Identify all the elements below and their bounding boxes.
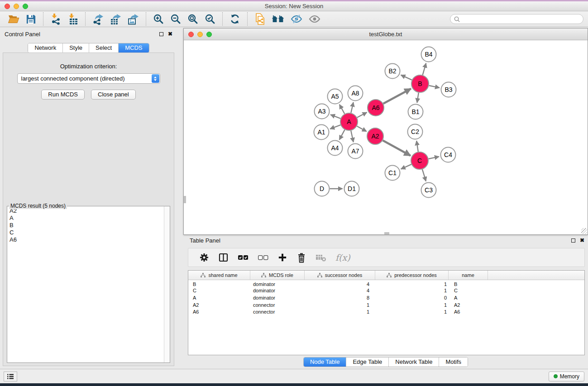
add-column-button[interactable] xyxy=(277,251,287,264)
float-table-panel-icon[interactable] xyxy=(571,238,575,243)
cell-name[interactable]: A xyxy=(449,294,488,301)
split-columns-button[interactable] xyxy=(218,251,229,264)
export-table-icon xyxy=(110,14,121,25)
search-input[interactable] xyxy=(462,16,579,22)
criterion-dropdown[interactable]: largest connected component (directed) xyxy=(17,73,160,84)
cell-name[interactable]: A2 xyxy=(449,301,488,309)
result-item[interactable]: B xyxy=(10,222,167,229)
result-item[interactable]: A6 xyxy=(10,236,167,243)
graph-node-label: D xyxy=(320,185,324,192)
mcds-result-list[interactable]: A2ABCA6 xyxy=(7,206,170,244)
close-panel-icon[interactable]: ✖ xyxy=(168,31,172,37)
result-item[interactable]: C xyxy=(10,229,167,236)
table-row[interactable]: Cdominator41C xyxy=(188,287,584,295)
graph-node-label: A xyxy=(347,118,351,125)
close-table-panel-icon[interactable]: ✖ xyxy=(580,238,584,243)
cell-successor_nodes[interactable]: 8 xyxy=(305,294,375,301)
tab-network-table[interactable]: Network Table xyxy=(389,357,439,367)
table-row[interactable]: A6connector11A6 xyxy=(188,308,584,315)
tab-motifs[interactable]: Motifs xyxy=(439,357,468,367)
select-all-button[interactable] xyxy=(238,251,249,264)
task-history-button[interactable] xyxy=(4,372,17,381)
export-table-button[interactable] xyxy=(110,12,121,26)
column-header-successor-nodes[interactable]: successor nodes xyxy=(305,271,375,280)
export-network-button[interactable] xyxy=(92,12,104,26)
column-header-shared-name[interactable]: shared name xyxy=(188,271,250,280)
cell-predecessor_nodes[interactable]: 1 xyxy=(375,280,449,287)
table-row[interactable]: Adominator80A xyxy=(188,294,584,301)
delete-table-button[interactable] xyxy=(316,251,326,264)
tab-node-table[interactable]: Node Table xyxy=(304,357,347,367)
cell-mcds_role[interactable]: dominator xyxy=(250,294,305,301)
cell-successor_nodes[interactable]: 4 xyxy=(305,280,375,287)
tab-edge-table[interactable]: Edge Table xyxy=(346,357,389,367)
zoom-selected-button[interactable] xyxy=(205,12,215,26)
export-network-icon xyxy=(92,14,104,25)
cell-name[interactable]: C xyxy=(449,287,488,295)
cell-shared_name[interactable]: A2 xyxy=(188,301,250,309)
delete-column-button[interactable] xyxy=(296,251,306,264)
run-mcds-button[interactable]: Run MCDS xyxy=(41,90,85,100)
cell-name[interactable]: A6 xyxy=(449,308,488,315)
tab-mcds[interactable]: MCDS xyxy=(119,43,148,52)
cell-shared_name[interactable]: C xyxy=(188,287,250,295)
table-settings-button[interactable] xyxy=(199,251,209,264)
network-overview-button[interactable] xyxy=(272,12,284,26)
unselect-all-button[interactable] xyxy=(258,251,268,264)
show-graphics-details-button[interactable] xyxy=(309,12,320,26)
result-scrollbar[interactable] xyxy=(164,206,170,362)
cell-predecessor_nodes[interactable]: 1 xyxy=(375,301,449,309)
zoom-in-button[interactable] xyxy=(153,12,164,26)
float-panel-icon[interactable] xyxy=(159,32,163,36)
graph-edge xyxy=(422,169,426,181)
hide-graphics-details-button[interactable] xyxy=(291,12,302,26)
resize-grip[interactable] xyxy=(581,228,587,234)
import-network-button[interactable] xyxy=(50,12,61,26)
canvas-horizontal-scrollbar[interactable] xyxy=(384,232,389,234)
cell-successor_nodes[interactable]: 1 xyxy=(305,308,375,315)
column-header-predecessor-nodes[interactable]: predecessor nodes xyxy=(375,271,449,280)
zoom-out-button[interactable] xyxy=(170,12,181,26)
tab-style[interactable]: Style xyxy=(63,43,89,52)
import-table-button[interactable] xyxy=(67,12,78,26)
cell-successor_nodes[interactable]: 4 xyxy=(305,287,375,295)
result-item[interactable]: A xyxy=(10,214,167,222)
graph-edge xyxy=(383,89,411,104)
column-header-name[interactable]: name xyxy=(449,271,488,280)
network-canvas[interactable]: B4B2BB3A8A5A6A3B1AA1C2A2A4A7CC4C1C3DD1 xyxy=(184,40,588,234)
network-window-titlebar[interactable]: testGlobe.txt xyxy=(184,29,588,40)
control-panel: Control Panel ✖ Network Style Select MCD… xyxy=(1,29,176,367)
node-table-body[interactable]: Bdominator41BCdominator41CAdominator80AA… xyxy=(188,280,584,315)
cell-shared_name[interactable]: A xyxy=(188,294,250,301)
tab-network[interactable]: Network xyxy=(28,43,63,52)
zoom-fit-button[interactable] xyxy=(187,12,198,26)
cell-shared_name[interactable]: A6 xyxy=(188,308,250,315)
cell-name[interactable]: B xyxy=(449,280,488,287)
refresh-button[interactable] xyxy=(229,12,240,26)
graph-node-label: A7 xyxy=(351,148,359,155)
cell-predecessor_nodes[interactable]: 1 xyxy=(375,287,449,295)
open-file-button[interactable] xyxy=(8,12,19,26)
cell-mcds_role[interactable]: connector xyxy=(250,308,305,315)
node-table[interactable]: shared name MCDS role successor nodes pr… xyxy=(188,270,585,355)
cell-mcds_role[interactable]: dominator xyxy=(250,280,305,287)
save-session-button[interactable] xyxy=(26,12,36,26)
close-panel-button[interactable]: Close panel xyxy=(91,90,136,100)
tab-select[interactable]: Select xyxy=(89,43,119,52)
cell-predecessor_nodes[interactable]: 1 xyxy=(375,308,449,315)
search-field[interactable] xyxy=(450,14,583,24)
function-builder-button[interactable]: f(x) xyxy=(335,251,350,264)
cell-predecessor_nodes[interactable]: 0 xyxy=(375,294,449,301)
canvas-vertical-scrollbar[interactable] xyxy=(184,196,186,203)
cell-shared_name[interactable]: B xyxy=(188,280,250,287)
memory-button[interactable]: Memory xyxy=(549,372,584,381)
table-row[interactable]: A2connector11A2 xyxy=(188,301,584,309)
cell-mcds_role[interactable]: dominator xyxy=(250,287,305,295)
graph-node-label: B2 xyxy=(388,67,396,75)
new-network-from-selection-button[interactable] xyxy=(254,12,265,26)
cell-mcds_role[interactable]: connector xyxy=(250,301,305,309)
export-image-button[interactable] xyxy=(128,12,139,26)
cell-successor_nodes[interactable]: 1 xyxy=(305,301,375,309)
table-row[interactable]: Bdominator41B xyxy=(188,280,584,287)
column-header-mcds-role[interactable]: MCDS role xyxy=(250,271,305,280)
